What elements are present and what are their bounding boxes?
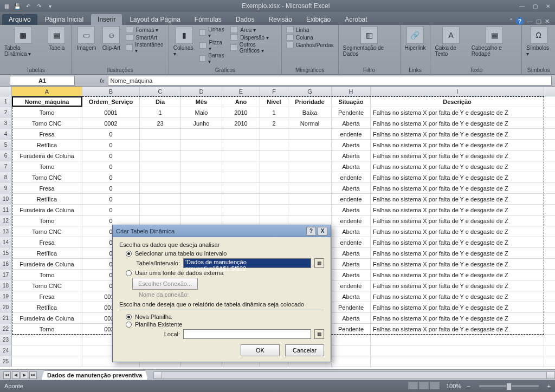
data-cell[interactable]: Normal xyxy=(288,118,332,128)
data-cell[interactable] xyxy=(222,205,260,215)
data-cell[interactable]: Aberta xyxy=(332,291,371,302)
row-header[interactable]: 11 xyxy=(0,205,12,215)
qat-more-icon[interactable]: ▾ xyxy=(46,2,54,10)
data-cell[interactable]: endente xyxy=(332,237,371,247)
data-cell[interactable]: Falhas no sistema X por falta de Y e des… xyxy=(371,161,544,172)
data-cell[interactable]: Retífica xyxy=(12,248,82,258)
data-cell[interactable] xyxy=(140,194,181,204)
header-cell[interactable]: Dia xyxy=(140,96,181,107)
col-header-A[interactable]: A xyxy=(12,87,82,96)
doc-minimize-icon[interactable]: — xyxy=(527,18,533,24)
range-picker-button[interactable]: ▦ xyxy=(314,258,324,268)
tab-data[interactable]: Dados xyxy=(229,14,261,25)
smartart-button[interactable]: SmartArt xyxy=(126,34,164,41)
data-cell[interactable]: 2010 xyxy=(222,118,260,128)
minimize-button[interactable]: — xyxy=(517,2,527,10)
data-cell[interactable] xyxy=(288,183,332,193)
data-cell[interactable]: Torno CNC xyxy=(12,280,82,291)
row-header[interactable]: 17 xyxy=(0,270,12,280)
radio-new-sheet[interactable] xyxy=(126,314,132,320)
data-cell[interactable] xyxy=(181,205,222,215)
data-cell[interactable]: Furadeira de Coluna xyxy=(12,205,82,215)
shapes-button[interactable]: Formas ▾ xyxy=(126,27,164,33)
sparkline-column-button[interactable]: Coluna xyxy=(286,34,334,41)
row-header[interactable]: 18 xyxy=(0,280,12,291)
data-cell[interactable]: Furadeira de Coluna xyxy=(12,313,82,323)
row-header[interactable]: 10 xyxy=(0,194,12,204)
data-cell[interactable]: Falhas no sistema X por falta de Y e des… xyxy=(371,151,544,161)
data-cell[interactable]: Junho xyxy=(181,118,222,128)
data-cell[interactable] xyxy=(260,151,288,161)
headerfooter-button[interactable]: ▤Cabeçalho e Rodapé xyxy=(472,27,518,57)
data-cell[interactable] xyxy=(222,194,260,204)
doc-restore-icon[interactable]: ▢ xyxy=(536,18,541,25)
range-input[interactable]: 'Dados de manutenção preventiva'!$A$1:$I… xyxy=(183,258,311,268)
row-header[interactable]: 1 xyxy=(0,96,12,107)
dialog-close-button[interactable]: X xyxy=(318,227,327,236)
location-picker-button[interactable]: ▦ xyxy=(314,329,324,339)
undo-icon[interactable]: ↶ xyxy=(24,2,33,10)
row-header[interactable]: 3 xyxy=(0,118,12,128)
data-cell[interactable] xyxy=(140,172,181,182)
col-header-G[interactable]: G xyxy=(288,87,332,96)
cancel-button[interactable]: Cancelar xyxy=(285,344,324,356)
data-cell[interactable] xyxy=(288,129,332,139)
data-cell[interactable]: Falhas no sistema X por falta de Y e des… xyxy=(371,237,544,247)
table-button[interactable]: ▤Tabela xyxy=(46,27,67,51)
radio-select-range[interactable] xyxy=(126,251,132,257)
row-header[interactable]: 22 xyxy=(0,324,12,334)
empty-cell[interactable] xyxy=(371,356,544,367)
data-cell[interactable]: 0 xyxy=(82,194,140,204)
data-cell[interactable]: Maio xyxy=(181,107,222,117)
horizontal-scrollbar[interactable] xyxy=(153,371,555,379)
row-header[interactable]: 6 xyxy=(0,151,12,161)
data-cell[interactable]: Falhas no sistema X por falta de Y e des… xyxy=(371,270,544,280)
empty-cell[interactable] xyxy=(371,345,544,356)
row-header[interactable]: 2 xyxy=(0,107,12,117)
help-icon[interactable]: ? xyxy=(516,17,524,25)
dialog-help-button[interactable]: ? xyxy=(306,227,316,236)
bar-chart-button[interactable]: Barras ▾ xyxy=(199,53,227,64)
sheet-nav-last[interactable]: ⏭ xyxy=(29,371,37,379)
row-header[interactable]: 9 xyxy=(0,183,12,193)
data-cell[interactable]: Falhas no sistema X por falta de Y e des… xyxy=(371,129,544,139)
data-cell[interactable]: Aberta xyxy=(332,118,371,128)
data-cell[interactable] xyxy=(288,151,332,161)
data-cell[interactable]: Fresa xyxy=(12,129,82,139)
fx-icon[interactable]: fx xyxy=(96,77,108,84)
data-cell[interactable]: endente xyxy=(332,280,371,291)
data-cell[interactable]: 0 xyxy=(82,140,140,150)
row-header[interactable]: 13 xyxy=(0,226,12,237)
data-cell[interactable]: Torno xyxy=(12,215,82,226)
row-header[interactable]: 15 xyxy=(0,248,12,258)
row-header[interactable]: 14 xyxy=(0,237,12,247)
data-cell[interactable] xyxy=(222,129,260,139)
sheet-nav-next[interactable]: ▶ xyxy=(21,371,28,379)
data-cell[interactable] xyxy=(222,172,260,182)
data-cell[interactable]: Aberta xyxy=(332,151,371,161)
header-cell[interactable]: Nome_máquina xyxy=(12,96,82,107)
header-cell[interactable]: Nível xyxy=(260,96,288,107)
data-cell[interactable]: Pendente xyxy=(332,302,371,312)
area-chart-button[interactable]: Área ▾ xyxy=(230,27,277,33)
data-cell[interactable]: Torno xyxy=(12,270,82,280)
ok-button[interactable]: OK xyxy=(241,344,280,356)
data-cell[interactable]: Falhas no sistema X por falta de Y e des… xyxy=(371,205,544,215)
scatter-chart-button[interactable]: Dispersão ▾ xyxy=(230,34,277,41)
location-input[interactable] xyxy=(183,329,311,339)
data-cell[interactable]: Aberta xyxy=(332,270,371,280)
doc-close-icon[interactable]: ✕ xyxy=(545,18,550,25)
data-cell[interactable]: Fresa xyxy=(12,291,82,302)
data-cell[interactable] xyxy=(260,161,288,172)
row-header[interactable]: 4 xyxy=(0,129,12,139)
data-cell[interactable]: Torno xyxy=(12,107,82,117)
data-cell[interactable]: endente xyxy=(332,215,371,226)
col-header-B[interactable]: B xyxy=(82,87,140,96)
header-cell[interactable]: Mês xyxy=(181,96,222,107)
col-header-E[interactable]: E xyxy=(222,87,260,96)
radio-external-source[interactable] xyxy=(126,270,132,276)
col-header-D[interactable]: D xyxy=(181,87,222,96)
data-cell[interactable]: 0 xyxy=(82,151,140,161)
empty-cell[interactable] xyxy=(12,335,82,345)
data-cell[interactable]: Fresa xyxy=(12,237,82,247)
